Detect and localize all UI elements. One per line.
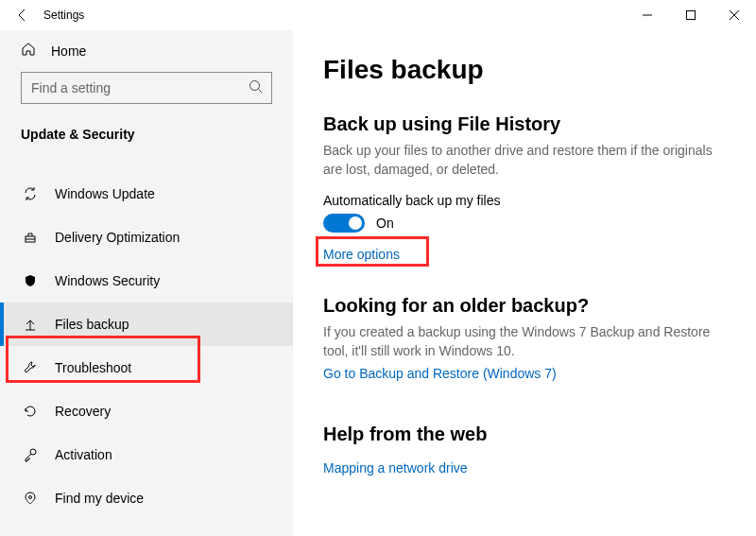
svg-point-2	[250, 81, 260, 91]
sidebar-item-label: Home	[51, 43, 86, 59]
sidebar-item-home[interactable]: Home	[0, 30, 293, 72]
auto-backup-label: Automatically back up my files	[323, 193, 728, 208]
sidebar-item-find-my-device[interactable]: Find my device	[0, 476, 293, 520]
key-icon	[21, 447, 40, 462]
wrench-icon	[21, 360, 40, 375]
sidebar-item-files-backup[interactable]: Files backup	[0, 303, 293, 346]
window-buttons	[626, 0, 756, 30]
title-bar: Settings	[0, 0, 756, 30]
close-button[interactable]	[713, 0, 756, 30]
sidebar-item-activation[interactable]: Activation	[0, 433, 293, 476]
sidebar-nav: Windows Update Delivery Optimization Win…	[0, 155, 293, 520]
back-button[interactable]	[9, 2, 36, 28]
content-pane: Files backup Back up using File History …	[293, 30, 756, 536]
sidebar-item-label: Recovery	[55, 404, 111, 419]
svg-rect-1	[687, 11, 696, 20]
backup-restore-link[interactable]: Go to Backup and Restore (Windows 7)	[323, 366, 557, 381]
backup-icon	[21, 317, 40, 332]
sidebar-item-windows-security[interactable]: Windows Security	[0, 259, 293, 303]
sidebar-item-label: Troubleshoot	[55, 360, 131, 375]
search-icon	[248, 78, 265, 99]
svg-line-3	[259, 90, 263, 94]
search-input[interactable]	[21, 72, 272, 104]
sidebar-section-header: Update & Security	[0, 110, 293, 155]
delivery-icon	[21, 230, 40, 245]
section-file-history-title: Back up using File History	[323, 113, 728, 135]
sidebar-item-troubleshoot[interactable]: Troubleshoot	[0, 346, 293, 389]
sidebar-item-label: Windows Security	[55, 273, 160, 288]
sidebar-item-label: Delivery Optimization	[55, 230, 180, 245]
svg-point-8	[29, 496, 32, 499]
toggle-state-label: On	[376, 216, 394, 231]
page-title: Files backup	[323, 55, 728, 85]
window-title: Settings	[43, 9, 84, 22]
auto-backup-toggle[interactable]	[323, 214, 365, 233]
sidebar-item-delivery-optimization[interactable]: Delivery Optimization	[0, 216, 293, 259]
minimize-button[interactable]	[626, 0, 669, 30]
maximize-button[interactable]	[669, 0, 713, 30]
sync-icon	[21, 186, 40, 201]
location-icon	[21, 491, 40, 506]
search-box[interactable]	[21, 72, 272, 104]
more-options-link[interactable]: More options	[323, 247, 400, 262]
help-link[interactable]: Mapping a network drive	[323, 460, 468, 475]
sidebar-item-label: Activation	[55, 447, 112, 462]
sidebar-item-label: Files backup	[55, 317, 129, 332]
sidebar-item-label: Windows Update	[55, 186, 155, 201]
sidebar: Home Update & Security Windows Update	[0, 30, 293, 536]
section-help-title: Help from the web	[323, 424, 728, 445]
sidebar-item-recovery[interactable]: Recovery	[0, 389, 293, 433]
section-older-backup-title: Looking for an older backup?	[323, 295, 728, 317]
section-file-history-body: Back up your files to another drive and …	[323, 141, 728, 180]
shield-icon	[21, 273, 40, 288]
sidebar-item-windows-update[interactable]: Windows Update	[0, 172, 293, 216]
recovery-icon	[21, 404, 40, 419]
home-icon	[21, 42, 36, 61]
section-older-backup-body: If you created a backup using the Window…	[323, 322, 728, 361]
sidebar-item-label: Find my device	[55, 491, 144, 506]
